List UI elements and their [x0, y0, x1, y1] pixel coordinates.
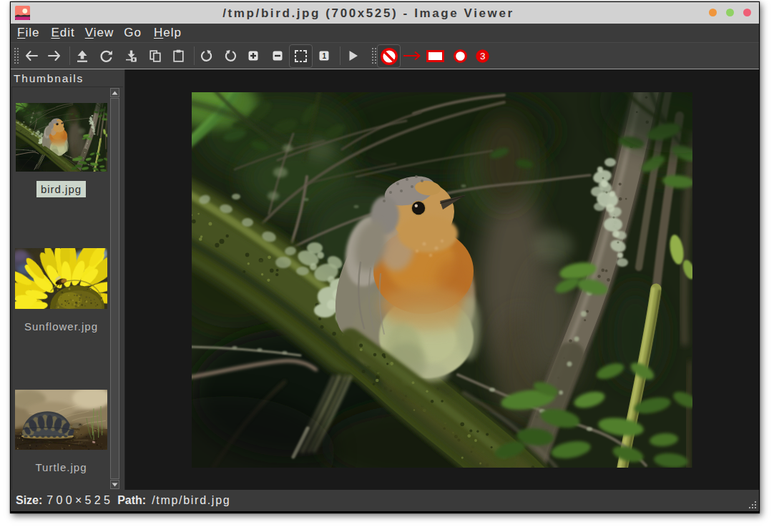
svg-text:1: 1	[322, 52, 326, 60]
svg-text:3: 3	[480, 51, 486, 61]
